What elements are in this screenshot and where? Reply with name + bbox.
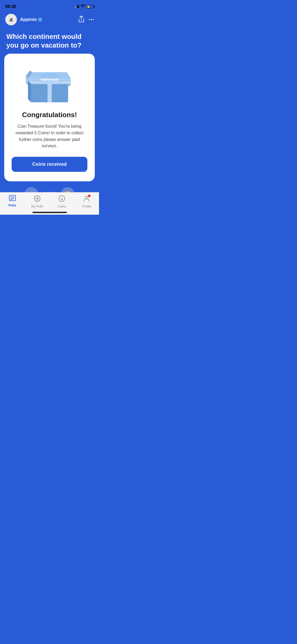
coins-received-button[interactable]: Coins received [12, 157, 87, 172]
bottom-nav: Polls My Polls a Coins Pro [0, 192, 99, 215]
nav-item-coins[interactable]: a Coins [53, 195, 71, 208]
nav-item-profile[interactable]: Profile [77, 195, 96, 208]
wifi-icon [81, 4, 85, 9]
avatar: a [5, 14, 17, 25]
polls-label: Polls [9, 204, 16, 207]
svg-text:a: a [61, 197, 63, 201]
congrats-body: Coin Treasure found! You're being reward… [12, 123, 87, 149]
more-button[interactable] [89, 19, 94, 20]
brand-name: Appinio ✓ [20, 17, 43, 22]
svg-rect-10 [29, 79, 71, 80]
status-bar: 08:30 [0, 0, 99, 12]
svg-marker-11 [29, 72, 71, 79]
status-time: 08:30 [5, 4, 16, 9]
home-indicator [32, 212, 67, 213]
svg-rect-3 [48, 84, 52, 102]
coins-label: Coins [58, 205, 66, 208]
question-area: Which continent would you go on vacation… [0, 27, 99, 53]
my-polls-label: My Polls [31, 205, 43, 208]
app-header: a Appinio ✓ [0, 12, 99, 27]
header-actions [78, 16, 94, 24]
battery-icon [87, 5, 94, 8]
my-polls-icon [34, 195, 41, 204]
verified-badge: ✓ [38, 17, 43, 22]
profile-icon [83, 195, 90, 204]
nav-item-my-polls[interactable]: My Polls [28, 195, 46, 208]
notification-dot [88, 195, 91, 197]
svg-marker-9 [28, 81, 31, 102]
svg-rect-4 [29, 81, 71, 84]
gift-illustration [26, 62, 73, 104]
signal-icon [74, 5, 79, 8]
share-button[interactable] [78, 16, 84, 24]
congrats-title: Congratulations! [22, 111, 77, 119]
status-icons [74, 4, 94, 9]
coins-icon: a [58, 195, 65, 204]
nav-item-polls[interactable]: Polls [3, 195, 22, 208]
question-text: Which continent would you go on vacation… [6, 32, 93, 49]
polls-icon [9, 195, 16, 203]
profile-label: Profile [82, 205, 91, 208]
modal-card: Congratulations! Coin Treasure found! Yo… [4, 54, 95, 181]
svg-point-22 [85, 196, 88, 199]
